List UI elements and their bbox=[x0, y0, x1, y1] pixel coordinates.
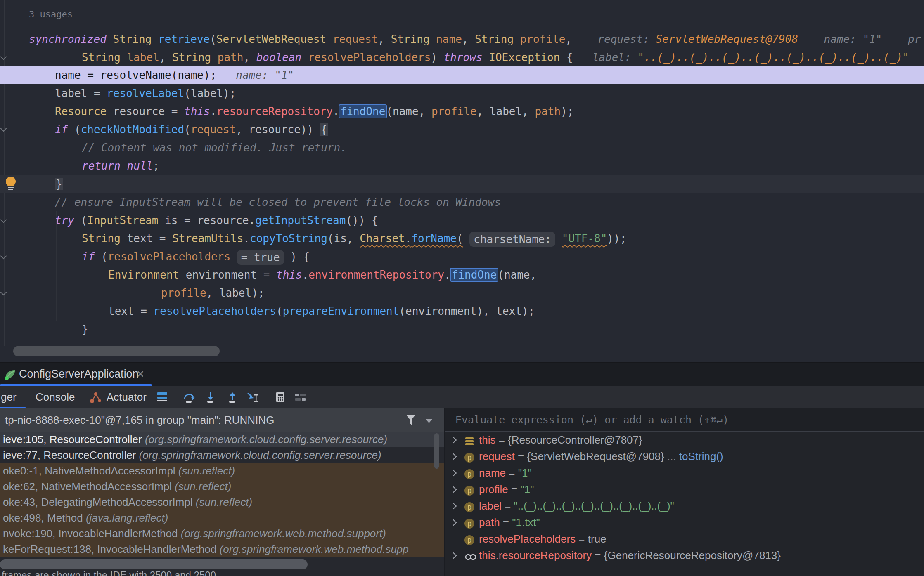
stack-frame-row[interactable]: ieve:105, ResourceController (org.spring… bbox=[0, 432, 444, 447]
watch-icon bbox=[464, 550, 477, 567]
layout-settings-icon[interactable] bbox=[294, 391, 306, 403]
variable-value: true bbox=[588, 533, 607, 545]
stack-frame-row[interactable]: ieve:77, ResourceController (org.springf… bbox=[0, 447, 444, 463]
variable-row[interactable]: plabel = "..(_)..(_)..(_)..(_)..(_)..(_)… bbox=[445, 498, 924, 514]
step-over-button[interactable] bbox=[183, 391, 195, 403]
code-text: Resource resource = this.resourceReposit… bbox=[55, 102, 573, 120]
thread-selector[interactable]: tp-nio-8888-exec-10"@7,165 in group "mai… bbox=[0, 408, 444, 432]
code-token bbox=[463, 232, 470, 245]
tostring-link[interactable]: toString() bbox=[679, 450, 723, 463]
threads-view-icon[interactable] bbox=[156, 391, 168, 403]
variable-row[interactable]: pname = "1" bbox=[445, 465, 924, 481]
expand-chevron-icon[interactable] bbox=[450, 470, 457, 477]
code-line[interactable]: Resource resource = this.resourceReposit… bbox=[0, 102, 924, 120]
expand-chevron-icon[interactable] bbox=[450, 486, 457, 493]
code-token bbox=[572, 33, 598, 45]
code-line[interactable]: try (InputStream is = resource.getInputS… bbox=[0, 211, 924, 229]
frames-notice-clipped: frames are shown in the IDE with 2500 an… bbox=[2, 569, 216, 576]
ide-window: 3 usagessynchronized String retrieve(Ser… bbox=[0, 0, 924, 576]
code-token: label: bbox=[592, 51, 638, 64]
code-token bbox=[107, 33, 113, 45]
variable-row[interactable]: pprofile = "1" bbox=[445, 481, 924, 498]
code-editor[interactable]: 3 usagessynchronized String retrieve(Ser… bbox=[0, 0, 924, 362]
variable-name: resolvePlaceholders bbox=[479, 533, 576, 545]
code-token: request: bbox=[598, 33, 656, 45]
stack-frame-row[interactable]: oke:43, DelegatingMethodAccessorImpl (su… bbox=[0, 494, 444, 510]
code-line[interactable]: return null; bbox=[0, 157, 924, 175]
frames-vertical-scrollbar[interactable] bbox=[434, 433, 439, 469]
code-token: Environment bbox=[108, 269, 179, 281]
equals-sign: = bbox=[502, 500, 514, 512]
evaluate-expression-input[interactable]: Evaluate expression (↵) or add a watch (… bbox=[445, 408, 924, 432]
code-line[interactable]: profile, label); bbox=[0, 284, 924, 302]
step-out-button[interactable] bbox=[226, 391, 239, 403]
variable-name: name bbox=[479, 467, 506, 479]
variable-row[interactable]: prequest = {ServletWebRequest@7908} ... … bbox=[445, 448, 924, 465]
frames-horizontal-scrollbar[interactable] bbox=[0, 559, 308, 569]
code-line[interactable]: 3 usages bbox=[0, 6, 924, 23]
code-token: String bbox=[391, 33, 430, 45]
stack-frame-row[interactable]: keForRequest:138, InvocableHandlerMethod… bbox=[0, 541, 444, 557]
code-token: , bbox=[462, 33, 475, 45]
code-token: ( bbox=[184, 123, 191, 136]
filter-funnel-icon[interactable] bbox=[406, 415, 416, 427]
code-line[interactable]: name = resolveName(name); name: "1" bbox=[0, 66, 924, 84]
variable-value: {GenericResourceRepository@7813} bbox=[604, 549, 781, 562]
chevron-down-icon[interactable] bbox=[425, 419, 433, 423]
code-text: label = resolveLabel(label); bbox=[55, 84, 236, 102]
code-token: , bbox=[565, 33, 572, 45]
variable-row[interactable]: this = {ResourceController@7807} bbox=[445, 432, 924, 448]
expand-chevron-icon[interactable] bbox=[450, 519, 457, 526]
evaluate-expression-button[interactable] bbox=[274, 391, 287, 403]
code-line[interactable]: Environment environment = this.environme… bbox=[0, 266, 924, 284]
code-token: prepareEnvironment bbox=[283, 305, 399, 317]
variable-row[interactable]: presolvePlaceholders = true bbox=[445, 531, 924, 547]
code-token: , resource)) bbox=[236, 123, 320, 136]
code-line[interactable]: synchronized String retrieve(ServletWebR… bbox=[0, 30, 924, 48]
frame-package: (org.springframework.web.method.support) bbox=[178, 527, 386, 540]
svg-text:p: p bbox=[467, 536, 471, 544]
equals-sign: = bbox=[506, 467, 518, 479]
code-line[interactable]: if (checkNotModified(request, resource))… bbox=[0, 120, 924, 139]
code-token bbox=[514, 33, 520, 45]
variable-row[interactable]: ppath = "1.txt" bbox=[445, 514, 924, 531]
stack-frame-row[interactable]: oke0:-1, NativeMethodAccessorImpl (sun.r… bbox=[0, 463, 444, 479]
code-line[interactable]: String text = StreamUtils.copyToString(i… bbox=[0, 229, 924, 248]
code-token: copyToString bbox=[250, 232, 327, 245]
close-icon[interactable]: ✕ bbox=[136, 363, 145, 385]
intention-lightbulb-icon[interactable] bbox=[3, 176, 18, 194]
code-line[interactable]: String label, String path, boolean resol… bbox=[0, 48, 924, 66]
code-token: name: "1" bbox=[236, 69, 294, 81]
code-line[interactable]: if (resolvePlaceholders = true ) { bbox=[0, 248, 924, 266]
variable-text: request = {ServletWebRequest@7908} ... t… bbox=[479, 448, 723, 465]
code-line[interactable]: } bbox=[0, 175, 924, 193]
code-line[interactable]: // Content was not modified. Just return… bbox=[0, 139, 924, 157]
expand-chevron-icon[interactable] bbox=[450, 503, 457, 510]
expand-chevron-icon[interactable] bbox=[450, 437, 457, 444]
tab-actuator[interactable]: Actuator bbox=[107, 386, 147, 408]
expand-chevron-icon[interactable] bbox=[450, 552, 457, 559]
code-line[interactable]: label = resolveLabel(label); bbox=[0, 84, 924, 102]
code-token: return bbox=[82, 160, 121, 172]
editor-horizontal-scrollbar[interactable] bbox=[13, 346, 220, 356]
tab-console[interactable]: Console bbox=[36, 386, 75, 408]
code-token: } bbox=[82, 323, 88, 335]
code-line[interactable]: text = resolvePlaceholders(prepareEnviro… bbox=[0, 302, 924, 320]
stack-frame-row[interactable]: oke:62, NativeMethodAccessorImpl (sun.re… bbox=[0, 479, 444, 494]
equals-sign: = bbox=[576, 533, 588, 545]
run-to-cursor-button[interactable] bbox=[246, 391, 258, 403]
code-token: pr bbox=[908, 33, 921, 45]
expand-chevron-icon[interactable] bbox=[450, 453, 457, 460]
code-text: return null; bbox=[82, 157, 159, 175]
stack-frame-row[interactable]: oke:498, Method (java.lang.reflect) bbox=[0, 510, 444, 526]
code-line[interactable]: } bbox=[0, 320, 924, 338]
stack-frame-row[interactable]: nvoke:190, InvocableHandlerMethod (org.s… bbox=[0, 526, 444, 541]
variable-text: resolvePlaceholders = true bbox=[479, 531, 607, 547]
tab-debugger[interactable]: ger bbox=[1, 386, 17, 408]
spring-boot-run-icon bbox=[4, 368, 17, 382]
variable-row[interactable]: this.resourceRepository = {GenericResour… bbox=[445, 547, 924, 564]
code-line[interactable]: // ensure InputStream will be closed to … bbox=[0, 193, 924, 211]
code-token: . bbox=[405, 232, 412, 245]
step-into-button[interactable] bbox=[204, 391, 217, 403]
code-token: { bbox=[560, 51, 573, 64]
